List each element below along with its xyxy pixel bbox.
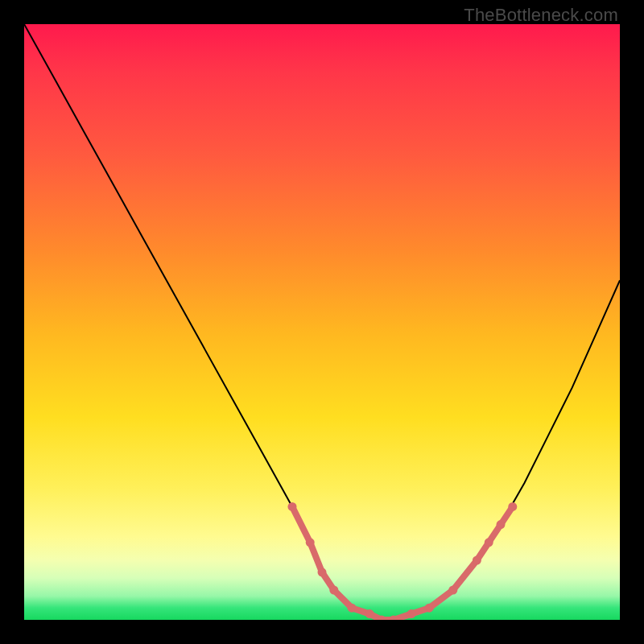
marker-capsule	[292, 506, 310, 542]
marker-capsule	[310, 543, 322, 572]
marker-capsule	[453, 560, 477, 590]
marker-capsule	[429, 590, 453, 608]
chart-svg	[24, 24, 620, 620]
watermark-text: TheBottleneck.com	[464, 5, 618, 26]
plot-area	[24, 24, 620, 620]
bottleneck-curve	[24, 24, 620, 620]
marker-dot	[508, 502, 517, 511]
chart-frame: TheBottleneck.com	[0, 0, 644, 644]
marker-layer	[288, 502, 518, 620]
